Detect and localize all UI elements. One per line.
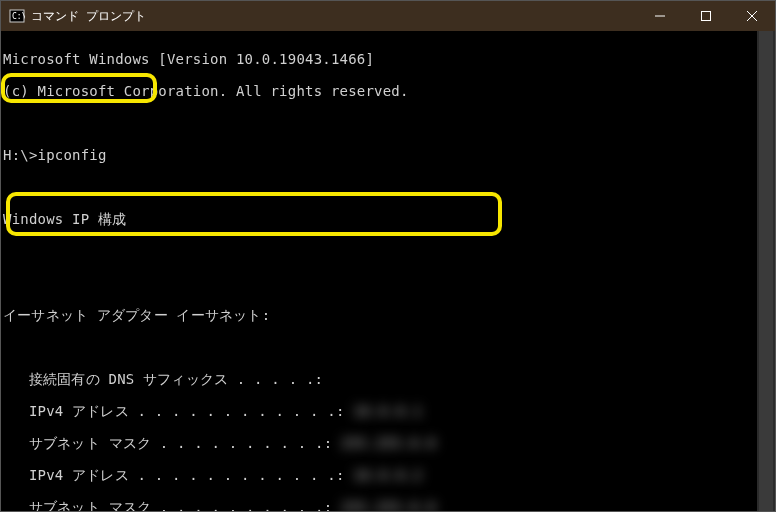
output-line: [3, 339, 757, 355]
minimize-button[interactable]: [637, 1, 683, 31]
vertical-scrollbar[interactable]: [757, 31, 775, 511]
prompt-line: H:\>ipconfig: [3, 147, 757, 163]
field-label: 接続固有の DNS サフィックス . . . . .:: [3, 371, 323, 387]
scrollbar-thumb[interactable]: [759, 31, 773, 511]
field-label: サブネット マスク . . . . . . . . . .:: [3, 499, 332, 511]
close-icon: [747, 11, 757, 21]
client-area: Microsoft Windows [Version 10.0.19043.14…: [1, 31, 775, 511]
output-line: IPv4 アドレス . . . . . . . . . . . .: 10.0.…: [3, 403, 757, 419]
titlebar[interactable]: C:\ コマンド プロンプト: [1, 1, 775, 31]
window-title: コマンド プロンプト: [31, 8, 637, 25]
output-line: サブネット マスク . . . . . . . . . .: 255.255.0…: [3, 499, 757, 511]
window-frame: C:\ コマンド プロンプト Microsoft Windows [Versio…: [0, 0, 776, 512]
output-line: IPv4 アドレス . . . . . . . . . . . .: 10.0.…: [3, 467, 757, 483]
terminal-output[interactable]: Microsoft Windows [Version 10.0.19043.14…: [1, 31, 757, 511]
redacted-value: 10.0.0.2: [353, 467, 422, 483]
output-line: サブネット マスク . . . . . . . . . .: 255.255.0…: [3, 435, 757, 451]
output-line: [3, 275, 757, 291]
field-label: IPv4 アドレス . . . . . . . . . . . .:: [3, 467, 345, 483]
svg-text:C:\: C:\: [12, 12, 25, 21]
output-line: 接続固有の DNS サフィックス . . . . .:: [3, 371, 757, 387]
redacted-value: 255.255.0.0: [341, 435, 436, 451]
output-line: (c) Microsoft Corporation. All rights re…: [3, 83, 757, 99]
maximize-icon: [701, 11, 711, 21]
svg-rect-3: [702, 12, 711, 21]
maximize-button[interactable]: [683, 1, 729, 31]
field-label: サブネット マスク . . . . . . . . . .:: [3, 435, 332, 451]
output-line: [3, 115, 757, 131]
field-label: IPv4 アドレス . . . . . . . . . . . .:: [3, 403, 345, 419]
output-line: Windows IP 構成: [3, 211, 757, 227]
output-line: [3, 243, 757, 259]
redacted-value: 10.0.0.1: [353, 403, 422, 419]
output-line: [3, 179, 757, 195]
cmd-icon: C:\: [9, 8, 25, 24]
output-line: イーサネット アダプター イーサネット:: [3, 307, 757, 323]
redacted-value: 255.255.0.0: [341, 499, 436, 511]
minimize-icon: [655, 11, 665, 21]
close-button[interactable]: [729, 1, 775, 31]
window-controls: [637, 1, 775, 31]
output-line: Microsoft Windows [Version 10.0.19043.14…: [3, 51, 757, 67]
